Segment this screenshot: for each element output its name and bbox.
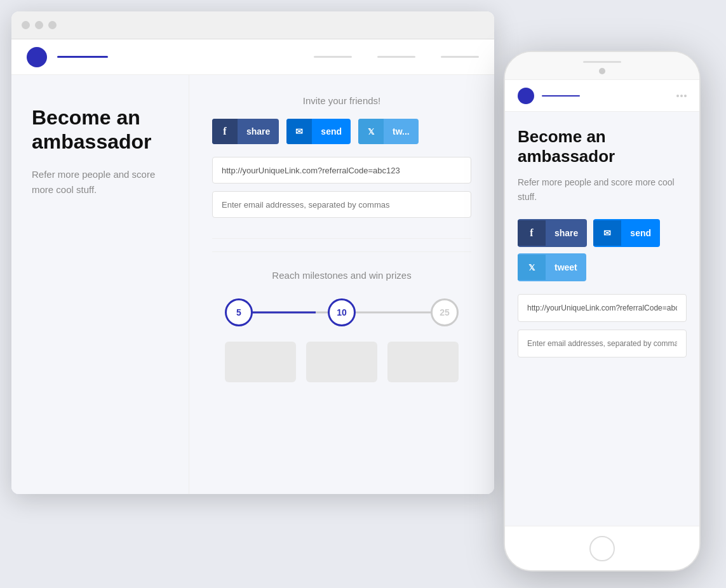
milestone-node-10: 10: [328, 298, 356, 326]
nav-item-2[interactable]: [377, 56, 415, 58]
facebook-share-label: share: [238, 119, 279, 144]
nav-item-3[interactable]: [441, 56, 479, 58]
mobile-phone: Become an ambassador Refer more people a…: [504, 51, 701, 571]
app-logo-circle: [27, 47, 47, 67]
milestone-node-5: 5: [225, 298, 253, 326]
twitter-icon: 𝕏: [358, 119, 384, 144]
app-nav: [314, 56, 479, 58]
phone-home-button[interactable]: [589, 536, 615, 561]
desktop-browser: Become an ambassador Refer more people a…: [11, 11, 494, 494]
phone-twitter-button[interactable]: 𝕏 tweet: [518, 253, 586, 281]
hero-subtitle: Refer more people and score more cool st…: [32, 167, 168, 197]
menu-dot-1: [676, 95, 679, 97]
phone-messenger-icon: ✉: [593, 220, 621, 246]
milestones-section: Reach milestones and win prizes 5 10: [212, 251, 471, 382]
messenger-share-label: send: [312, 119, 351, 144]
milestone-cards: [212, 342, 471, 382]
phone-logo-line: [542, 95, 580, 97]
phone-speaker: [583, 61, 621, 63]
phone-twitter-label: tweet: [546, 253, 586, 281]
browser-dot-red: [22, 21, 30, 29]
facebook-share-button[interactable]: f share: [212, 119, 279, 144]
twitter-share-label: tw...: [384, 119, 419, 144]
milestone-card-3: [387, 342, 459, 382]
phone-content: Become an ambassador Refer more people a…: [505, 80, 699, 526]
messenger-icon: ✉: [286, 119, 312, 144]
phone-bottom-bar: [505, 526, 699, 570]
phone-facebook-label: share: [546, 219, 587, 247]
phone-main: Become an ambassador Refer more people a…: [505, 112, 699, 526]
desktop-left-panel: Become an ambassador Refer more people a…: [11, 75, 189, 494]
browser-dot-green: [48, 21, 57, 29]
desktop-main: Become an ambassador Refer more people a…: [11, 75, 494, 494]
separator: [212, 238, 471, 239]
phone-facebook-icon: f: [518, 220, 546, 246]
twitter-share-button[interactable]: 𝕏 tw...: [358, 119, 419, 144]
messenger-share-button[interactable]: ✉ send: [286, 119, 351, 144]
phone-menu-dots[interactable]: [676, 95, 687, 97]
milestone-track: 5 10 25: [212, 298, 471, 326]
browser-dot-yellow: [35, 21, 43, 29]
phone-share-buttons: f share ✉ send 𝕏 tweet: [518, 219, 687, 281]
phone-referral-link-input[interactable]: [518, 294, 687, 322]
phone-email-input[interactable]: [518, 330, 687, 357]
referral-link-input[interactable]: [212, 157, 471, 184]
phone-messenger-label: send: [621, 219, 660, 247]
milestone-card-1: [225, 342, 296, 382]
app-header: [11, 39, 494, 75]
facebook-icon: f: [212, 119, 238, 144]
phone-messenger-button[interactable]: ✉ send: [593, 219, 660, 247]
phone-logo-circle: [518, 88, 534, 104]
milestone-node-25: 25: [431, 298, 459, 326]
milestones-title: Reach milestones and win prizes: [212, 270, 471, 281]
phone-hero-title: Become an ambassador: [518, 127, 687, 166]
browser-titlebar: [11, 11, 494, 39]
desktop-right-panel: Invite your friends! f share ✉ send 𝕏 tw…: [189, 75, 494, 494]
nav-item-1[interactable]: [314, 56, 352, 58]
phone-top-bar: [505, 52, 699, 80]
phone-header: [505, 80, 699, 112]
browser-content: Become an ambassador Refer more people a…: [11, 39, 494, 494]
phone-hero-subtitle: Refer more people and score more cool st…: [518, 175, 687, 204]
phone-twitter-icon: 𝕏: [518, 255, 546, 280]
phone-camera: [599, 68, 605, 74]
menu-dot-2: [680, 95, 683, 97]
share-buttons-row: f share ✉ send 𝕏 tw...: [212, 119, 471, 144]
app-logo-line: [57, 56, 108, 58]
menu-dot-3: [684, 95, 687, 97]
hero-title: Become an ambassador: [32, 105, 168, 154]
phone-facebook-button[interactable]: f share: [518, 219, 587, 247]
email-addresses-input[interactable]: [212, 191, 471, 218]
invite-title: Invite your friends!: [212, 95, 471, 106]
milestone-card-2: [306, 342, 377, 382]
